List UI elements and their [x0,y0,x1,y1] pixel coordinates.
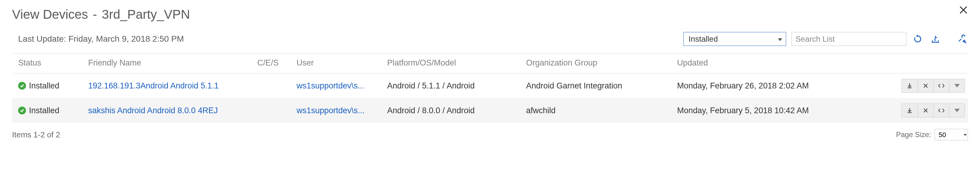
download-icon[interactable] [902,79,918,92]
status-ok-icon [18,106,26,114]
user-link[interactable]: ws1supportdev\s... [297,106,364,115]
col-header-updated[interactable]: Updated [673,54,861,73]
user-link[interactable]: ws1supportdev\s... [297,81,364,90]
title-name: 3rd_Party_VPN [102,7,190,22]
tools-icon[interactable] [956,33,968,45]
status-filter-selected: Installed [689,35,718,44]
more-icon[interactable] [949,79,965,92]
ces-cell [254,73,293,98]
col-header-platform[interactable]: Platform/OS/Model [383,54,522,73]
page-title: View Devices - 3rd_Party_VPN [12,7,190,22]
friendly-name-link[interactable]: 192.168.191.3Android Android 5.1.1 [88,81,219,90]
ces-cell [254,98,293,123]
table-row: Installed192.168.191.3Android Android 5.… [12,73,968,98]
devices-table: Status Friendly Name C/E/S User Platform… [12,53,968,123]
col-header-actions [861,54,968,73]
status-text: Installed [29,81,59,90]
friendly-name-link[interactable]: sakshis Android Android 8.0.0 4REJ [88,106,218,115]
last-update: Last Update: Friday, March 9, 2018 2:50 … [18,34,184,44]
export-icon[interactable] [929,33,941,45]
title-prefix: View Devices [12,7,88,22]
status-filter-dropdown[interactable]: Installed [683,32,786,46]
last-update-label: Last Update: [18,34,66,43]
row-actions [902,79,965,93]
row-actions [902,103,965,117]
table-row: Installedsakshis Android Android 8.0.0 4… [12,98,968,123]
org-cell: Android Garnet Integration [522,73,673,98]
chevron-down-icon [778,36,782,43]
col-header-user[interactable]: User [293,54,383,73]
last-update-value: Friday, March 9, 2018 2:50 PM [68,34,184,43]
chevron-down-icon [955,109,960,112]
refresh-icon[interactable] [912,33,924,45]
remove-icon[interactable] [918,104,933,117]
more-icon[interactable] [949,104,965,117]
download-icon[interactable] [902,104,918,117]
items-count: Items 1-2 of 2 [12,130,60,140]
org-cell: afwchild [522,98,673,123]
col-header-status[interactable]: Status [12,54,84,73]
svg-marker-2 [916,35,918,37]
col-header-friendly-name[interactable]: Friendly Name [84,54,254,73]
updated-cell: Monday, February 26, 2018 2:02 AM [673,73,861,98]
status-text: Installed [29,106,59,115]
platform-cell: Android / 5.1.1 / Android [383,73,522,98]
col-header-ces[interactable]: C/E/S [254,54,293,73]
title-separator: - [93,7,97,22]
updated-cell: Monday, February 5, 2018 10:42 AM [673,98,861,123]
page-size-select[interactable]: 50 [935,129,968,140]
status-cell: Installed [18,106,81,115]
code-icon[interactable] [933,104,949,117]
status-cell: Installed [18,81,81,90]
col-header-org[interactable]: Organization Group [522,54,673,73]
platform-cell: Android / 8.0.0 / Android [383,98,522,123]
chevron-down-icon [955,84,960,87]
remove-icon[interactable] [918,79,933,92]
page-size-label: Page Size: [896,130,931,139]
search-input[interactable] [792,32,906,46]
close-icon[interactable] [958,4,969,16]
code-icon[interactable] [933,79,949,92]
status-ok-icon [18,82,26,90]
